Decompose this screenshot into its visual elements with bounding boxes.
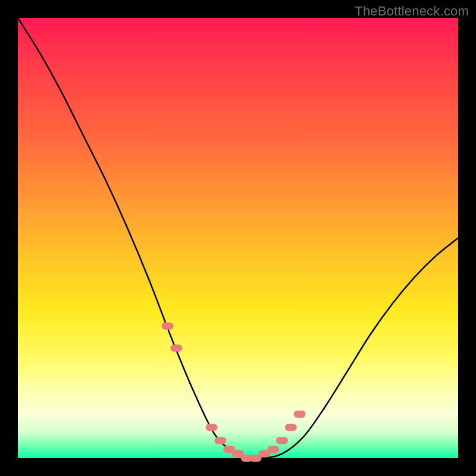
highlight-point	[285, 424, 297, 431]
highlight-points	[162, 322, 306, 462]
highlight-point	[162, 322, 174, 330]
highlight-point	[294, 411, 306, 418]
curve-group	[18, 18, 458, 458]
highlight-point	[170, 345, 182, 352]
bottleneck-curve	[18, 18, 458, 458]
watermark-text: TheBottleneck.com	[355, 4, 469, 19]
highlight-point	[206, 424, 218, 431]
highlight-point	[214, 437, 226, 444]
plot-area	[18, 18, 458, 458]
highlight-point	[267, 446, 279, 453]
bottleneck-curve-svg	[18, 18, 458, 458]
chart-frame: TheBottleneck.com	[0, 0, 476, 476]
highlight-point	[276, 437, 288, 444]
